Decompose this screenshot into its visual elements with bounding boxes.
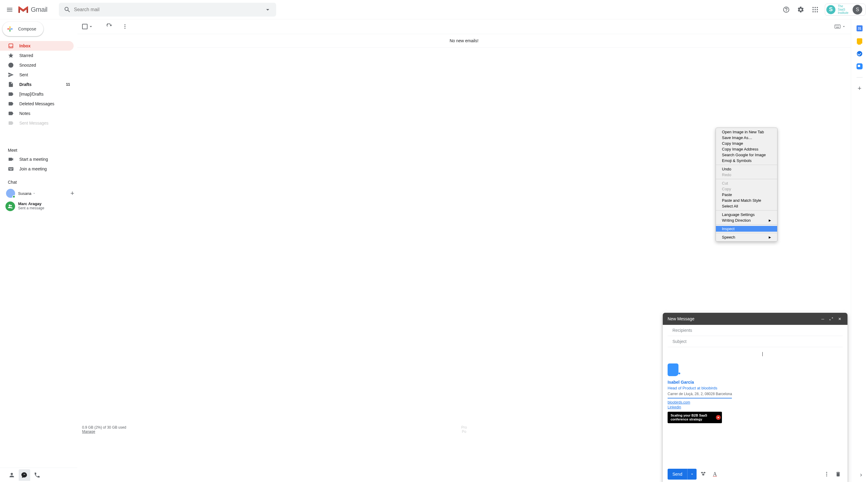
gmail-logo[interactable]: Gmail <box>17 6 56 13</box>
manage-link[interactable]: Manage <box>82 429 95 434</box>
new-chat-button[interactable]: + <box>70 189 74 197</box>
account-avatar[interactable]: S <box>852 5 862 14</box>
context-menu-item[interactable]: Search Google for Image <box>716 152 777 158</box>
formatting-button[interactable]: A <box>710 470 719 479</box>
meet-section-title: Meet <box>0 143 77 154</box>
menu-divider <box>716 210 777 211</box>
sidebar-item-starred[interactable]: Starred <box>0 51 74 60</box>
apps-button[interactable] <box>809 4 821 16</box>
context-menu-item[interactable]: Speech▶ <box>716 234 777 240</box>
menu-item-label: Copy <box>722 187 731 191</box>
support-button[interactable] <box>780 4 792 16</box>
compose-button[interactable]: Compose <box>2 22 43 36</box>
zoom-addon-button[interactable] <box>857 63 863 69</box>
menu-item-label: Paste and Match Style <box>722 198 761 203</box>
search-options-button[interactable] <box>261 6 274 13</box>
send-options-button[interactable] <box>687 469 696 480</box>
context-menu-item[interactable]: Save Image As… <box>716 135 777 140</box>
signature-banner[interactable]: Scaling your B2B SaaS conference strateg… <box>668 412 722 423</box>
context-menu-item[interactable]: Copy Image Address <box>716 146 777 152</box>
org-name: The SaaS Institute <box>838 4 848 14</box>
select-all-checkbox[interactable] <box>82 24 94 29</box>
settings-button[interactable] <box>795 4 807 16</box>
keep-addon-button[interactable] <box>857 38 863 44</box>
more-button[interactable] <box>119 21 131 33</box>
context-menu-item[interactable]: Writing Direction▶ <box>716 218 777 223</box>
sidebar-item-drafts[interactable]: Drafts 11 <box>0 79 74 89</box>
close-button[interactable]: ✕ <box>835 317 844 321</box>
chevron-down-icon <box>690 472 694 476</box>
svg-point-7 <box>814 11 816 12</box>
start-meeting-button[interactable]: Start a meeting <box>0 154 74 164</box>
keyboard-icon <box>8 166 14 172</box>
calendar-addon-button[interactable]: 31 <box>857 25 863 31</box>
context-menu-item: Redo <box>716 172 777 178</box>
hangouts-contacts-button[interactable] <box>6 469 18 481</box>
signature-link-site[interactable]: bloobirds.com <box>668 400 843 405</box>
gear-icon <box>797 6 804 13</box>
signature-link-linkedin[interactable]: Linkedin <box>668 405 843 409</box>
context-menu[interactable]: Open Image in New TabSave Image As…Copy … <box>716 128 777 242</box>
menu-item-label: Speech <box>722 235 735 239</box>
join-meeting-button[interactable]: Join a meeting <box>0 164 74 174</box>
menu-divider <box>716 224 777 225</box>
org-chip[interactable]: S The SaaS Institute S <box>825 4 866 16</box>
hangouts-phone-button[interactable] <box>31 469 43 481</box>
tasks-addon-button[interactable] <box>857 51 863 57</box>
sidebar-item-sent-messages[interactable]: Sent Messages <box>0 118 74 128</box>
context-menu-item[interactable]: Paste <box>716 192 777 198</box>
sidebar-item-deleted[interactable]: Deleted Messages <box>0 99 74 108</box>
get-addons-button[interactable]: + <box>857 85 863 91</box>
context-menu-item[interactable]: Inspect <box>716 226 777 232</box>
inbox-icon <box>8 43 14 49</box>
svg-point-22 <box>826 475 827 476</box>
user-avatar-icon <box>6 189 15 198</box>
svg-point-20 <box>826 472 827 473</box>
sidebar-label: [Imap]/Drafts <box>19 92 43 97</box>
sidebar-item-inbox[interactable]: Inbox <box>0 41 74 51</box>
discard-button[interactable] <box>834 470 843 479</box>
sidebar-item-imap-drafts[interactable]: [Imap]/Drafts <box>0 89 74 99</box>
compose-body[interactable]: Isabel García Head of Product at bloobir… <box>663 347 847 466</box>
hangouts-chat-button[interactable] <box>19 469 30 481</box>
context-menu-item[interactable]: Paste and Match Style <box>716 198 777 203</box>
context-menu-item[interactable]: Undo <box>716 166 777 172</box>
search-input[interactable] <box>74 7 261 12</box>
menu-divider <box>716 179 777 179</box>
fullscreen-button[interactable] <box>827 317 835 321</box>
refresh-button[interactable] <box>103 21 115 33</box>
chat-contact-row[interactable]: Marc Aragay Sent a message <box>0 200 77 212</box>
sidebar-item-snoozed[interactable]: Snoozed <box>0 60 74 70</box>
menu-item-label: Language Settings <box>722 212 754 217</box>
compose-header[interactable]: New Message ─ ✕ <box>663 313 847 325</box>
search-bar[interactable] <box>59 3 276 17</box>
recipients-field[interactable]: Recipients <box>668 325 843 336</box>
send-button[interactable]: Send <box>668 469 696 480</box>
drafts-count: 11 <box>66 82 70 87</box>
sidebar-item-sent[interactable]: Sent <box>0 70 74 79</box>
subject-field[interactable]: Subject <box>668 336 843 347</box>
svg-point-8 <box>817 11 818 12</box>
context-menu-item[interactable]: Copy Image <box>716 140 777 146</box>
keep-icon <box>857 38 862 44</box>
input-tools-button[interactable] <box>835 25 846 29</box>
chat-current-user[interactable]: Susana + <box>0 186 77 200</box>
org-logo-icon: S <box>826 5 835 14</box>
sidebar-label: Inbox <box>19 43 30 48</box>
main-menu-button[interactable] <box>2 2 17 17</box>
context-menu-item[interactable]: Emoji & Symbols <box>716 158 777 163</box>
signature-logo-icon <box>668 363 679 376</box>
menu-item-label: Copy Image <box>722 141 743 146</box>
submenu-arrow-icon: ▶ <box>769 219 771 222</box>
contact-msg: Sent a message <box>18 206 44 210</box>
hide-panel-button[interactable] <box>858 472 864 478</box>
sidebar-item-notes[interactable]: Notes <box>0 108 74 118</box>
compose-more-button[interactable] <box>822 470 831 479</box>
search-icon[interactable] <box>61 6 74 13</box>
context-menu-item[interactable]: Select All <box>716 203 777 209</box>
footer-hints: Pro Po <box>461 425 467 434</box>
dropbox-button[interactable] <box>699 470 708 479</box>
context-menu-item[interactable]: Open Image in New Tab <box>716 129 777 135</box>
minimize-button[interactable]: ─ <box>818 317 827 321</box>
context-menu-item[interactable]: Language Settings <box>716 212 777 218</box>
